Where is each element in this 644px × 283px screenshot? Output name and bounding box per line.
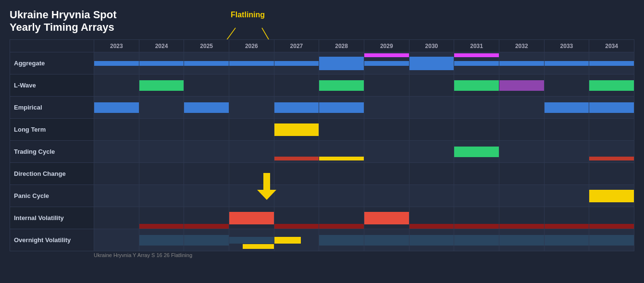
row-aggregate: Aggregate	[10, 52, 634, 74]
cell-ov-2034	[589, 229, 634, 251]
cell-dc-2027	[274, 163, 319, 185]
row-overnightvol: Overnight Volatility	[10, 229, 634, 251]
year-2029: 2029	[364, 40, 409, 52]
cell-ov-2029	[364, 229, 409, 251]
year-2030: 2030	[409, 40, 454, 52]
cell-dc-2023	[94, 163, 139, 185]
cell-lwave-2028	[319, 74, 364, 97]
year-2033: 2033	[544, 40, 589, 52]
cell-iv-2023	[94, 207, 139, 229]
year-2023: 2023	[94, 40, 139, 52]
cell-lwave-2027	[274, 74, 319, 97]
year-2024: 2024	[139, 40, 184, 52]
footer-label: Ukraine Hryvnia Y Array S 16 26 Flatlini…	[10, 251, 634, 258]
cell-longterm-2025	[184, 119, 229, 141]
cell-lwave-2034	[589, 74, 634, 97]
cell-ov-2026	[229, 229, 274, 251]
cell-empirical-2031	[454, 97, 499, 119]
cell-empirical-2024	[139, 97, 184, 119]
cell-pc-2023	[94, 185, 139, 207]
cell-lwave-2023	[94, 74, 139, 97]
cell-longterm-2029	[364, 119, 409, 141]
cell-dc-2026	[229, 163, 274, 185]
cell-tc-2028	[319, 141, 364, 163]
year-2034: 2034	[589, 40, 634, 52]
flatlining-label: Flatlining	[231, 11, 265, 19]
cell-lwave-2025	[184, 74, 229, 97]
cell-aggregate-2029	[364, 52, 409, 74]
cell-pc-2032	[499, 185, 544, 207]
cell-iv-2032	[499, 207, 544, 229]
cell-tc-2032	[499, 141, 544, 163]
main-container: Ukraine Hryvnia Spot Yearly Timing Array…	[0, 0, 644, 258]
cell-longterm-2023	[94, 119, 139, 141]
cell-tc-2034	[589, 141, 634, 163]
row-tradingcycle: Trading Cycle	[10, 141, 634, 163]
cell-dc-2025	[184, 163, 229, 185]
cell-longterm-2026	[229, 119, 274, 141]
cell-iv-2033	[544, 207, 589, 229]
label-aggregate: Aggregate	[10, 52, 94, 74]
cell-tc-2026	[229, 141, 274, 163]
cell-dc-2031	[454, 163, 499, 185]
cell-longterm-2034	[589, 119, 634, 141]
cell-iv-2034	[589, 207, 634, 229]
cell-ov-2023	[94, 229, 139, 251]
grid-container: 2023 2024 2025 2026 2027 2028 2029 2030 …	[10, 39, 634, 251]
cell-longterm-2027	[274, 119, 319, 141]
year-2027: 2027	[274, 40, 319, 52]
cell-dc-2029	[364, 163, 409, 185]
cell-ov-2024	[139, 229, 184, 251]
row-internalvol: Internal Volatility	[10, 207, 634, 229]
cell-aggregate-2032	[499, 52, 544, 74]
label-tradingcycle: Trading Cycle	[10, 141, 94, 163]
cell-pc-2031	[454, 185, 499, 207]
timing-array-table: 2023 2024 2025 2026 2027 2028 2029 2030 …	[10, 39, 634, 251]
cell-aggregate-2023	[94, 52, 139, 74]
cell-empirical-2023	[94, 97, 139, 119]
row-empirical: Empirical	[10, 97, 634, 119]
cell-lwave-2031	[454, 74, 499, 97]
cell-pc-2024	[139, 185, 184, 207]
cell-aggregate-2030	[409, 52, 454, 74]
cell-pc-2034	[589, 185, 634, 207]
cell-empirical-2030	[409, 97, 454, 119]
cell-tc-2025	[184, 141, 229, 163]
label-header	[10, 40, 94, 52]
cell-longterm-2028	[319, 119, 364, 141]
year-2026: 2026	[229, 40, 274, 52]
cell-tc-2024	[139, 141, 184, 163]
cell-longterm-2033	[544, 119, 589, 141]
cell-ov-2032	[499, 229, 544, 251]
cell-aggregate-2033	[544, 52, 589, 74]
cell-lwave-2032	[499, 74, 544, 97]
year-2031: 2031	[454, 40, 499, 52]
year-2028: 2028	[319, 40, 364, 52]
cell-pc-2027	[274, 185, 319, 207]
cell-iv-2024	[139, 207, 184, 229]
cell-longterm-2030	[409, 119, 454, 141]
cell-aggregate-2031	[454, 52, 499, 74]
cell-empirical-2034	[589, 97, 634, 119]
cell-longterm-2031	[454, 119, 499, 141]
row-directionchange: Direction Change	[10, 163, 634, 185]
cell-aggregate-2034	[589, 52, 634, 74]
cell-empirical-2033	[544, 97, 589, 119]
cell-ov-2030	[409, 229, 454, 251]
cell-ov-2031	[454, 229, 499, 251]
cell-dc-2034	[589, 163, 634, 185]
cell-empirical-2026	[229, 97, 274, 119]
cell-dc-2033	[544, 163, 589, 185]
cell-iv-2030	[409, 207, 454, 229]
cell-lwave-2024	[139, 74, 184, 97]
cell-longterm-2024	[139, 119, 184, 141]
row-longterm: Long Term	[10, 119, 634, 141]
cell-pc-2026	[229, 185, 274, 207]
cell-ov-2027	[274, 229, 319, 251]
title-line2: Yearly Timing Arrays	[10, 21, 634, 34]
cell-pc-2025	[184, 185, 229, 207]
label-directionchange: Direction Change	[10, 163, 94, 185]
year-2032: 2032	[499, 40, 544, 52]
cell-ov-2033	[544, 229, 589, 251]
cell-ov-2025	[184, 229, 229, 251]
